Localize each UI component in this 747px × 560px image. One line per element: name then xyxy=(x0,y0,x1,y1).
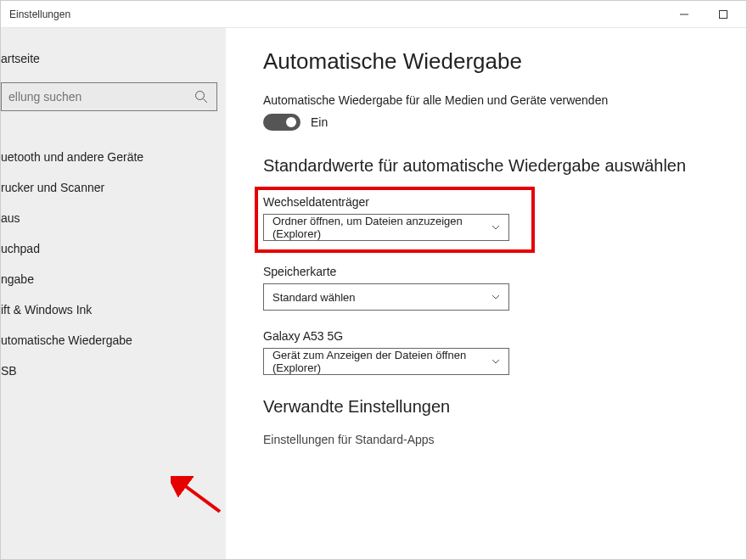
setting-removable-drive: Wechseldatenträger Ordner öffnen, um Dat… xyxy=(263,195,523,241)
window-title: Einstellungen xyxy=(9,8,70,20)
search-input[interactable] xyxy=(8,90,194,104)
title-bar: Einstellungen xyxy=(1,1,746,28)
sidebar-item-autoplay[interactable]: utomatische Wiedergabe xyxy=(1,325,226,356)
svg-point-2 xyxy=(196,92,205,100)
setting-label: Galaxy A53 5G xyxy=(263,329,716,343)
minimize-button[interactable] xyxy=(665,1,704,28)
dropdown-value: Standard wählen xyxy=(272,291,356,304)
setting-galaxy: Galaxy A53 5G Gerät zum Anzeigen der Dat… xyxy=(263,329,716,375)
svg-line-3 xyxy=(204,99,208,104)
window-body: artseite uetooth und andere Geräte rucke… xyxy=(1,28,746,559)
autoplay-toggle-row: Ein xyxy=(263,114,716,131)
related-link[interactable]: Einstellungen für Standard-Apps xyxy=(263,433,716,446)
content-pane: Automatische Wiedergabe Automatische Wie… xyxy=(226,28,746,559)
autoplay-toggle-label: Ein xyxy=(311,115,328,129)
annotation-arrow xyxy=(171,476,226,518)
search-field[interactable] xyxy=(1,82,217,111)
chevron-down-icon xyxy=(491,356,500,368)
svg-line-5 xyxy=(181,483,220,512)
sidebar-item-printers[interactable]: rucker und Scanner xyxy=(1,172,226,203)
sidebar-item-bluetooth[interactable]: uetooth und andere Geräte xyxy=(1,142,226,172)
related-title: Verwandte Einstellungen xyxy=(263,395,716,417)
removable-drive-dropdown[interactable]: Ordner öffnen, um Dateien anzuzeigen (Ex… xyxy=(263,214,509,241)
sidebar-item-pen[interactable]: ift & Windows Ink xyxy=(1,294,226,325)
page-title: Automatische Wiedergabe xyxy=(263,48,716,75)
sidebar-item-usb[interactable]: SB xyxy=(1,356,226,386)
dropdown-value: Gerät zum Anzeigen der Dateien öffnen (E… xyxy=(272,349,491,374)
autoplay-toggle[interactable] xyxy=(263,114,300,131)
settings-window: Einstellungen artseite uetooth und ander… xyxy=(0,0,747,560)
galaxy-dropdown[interactable]: Gerät zum Anzeigen der Dateien öffnen (E… xyxy=(263,348,509,375)
sidebar-item-typing[interactable]: ngabe xyxy=(1,264,226,294)
toggle-description: Automatische Wiedergabe für alle Medien … xyxy=(263,93,716,107)
dropdown-value: Ordner öffnen, um Dateien anzuzeigen (Ex… xyxy=(272,215,491,240)
defaults-section-title: Standardwerte für automatische Wiedergab… xyxy=(263,154,716,176)
setting-label: Wechseldatenträger xyxy=(263,195,523,209)
setting-memory-card: Speicherkarte Standard wählen xyxy=(263,265,716,311)
toggle-knob xyxy=(286,117,296,127)
search-icon xyxy=(194,90,208,104)
maximize-button[interactable] xyxy=(704,1,743,28)
setting-label: Speicherkarte xyxy=(263,265,716,278)
annotation-highlight: Wechseldatenträger Ordner öffnen, um Dat… xyxy=(255,187,535,253)
sidebar-item-touchpad[interactable]: uchpad xyxy=(1,233,226,264)
sidebar-home[interactable]: artseite xyxy=(1,43,226,74)
svg-rect-1 xyxy=(720,10,727,18)
sidebar-item-mouse[interactable]: aus xyxy=(1,203,226,233)
related-settings: Verwandte Einstellungen Einstellungen fü… xyxy=(263,395,716,446)
chevron-down-icon xyxy=(491,221,500,234)
chevron-down-icon xyxy=(491,291,500,304)
sidebar-nav: uetooth und andere Geräte rucker und Sca… xyxy=(1,142,226,386)
memory-card-dropdown[interactable]: Standard wählen xyxy=(263,283,509,311)
window-controls xyxy=(665,1,743,28)
sidebar: artseite uetooth und andere Geräte rucke… xyxy=(1,28,226,559)
